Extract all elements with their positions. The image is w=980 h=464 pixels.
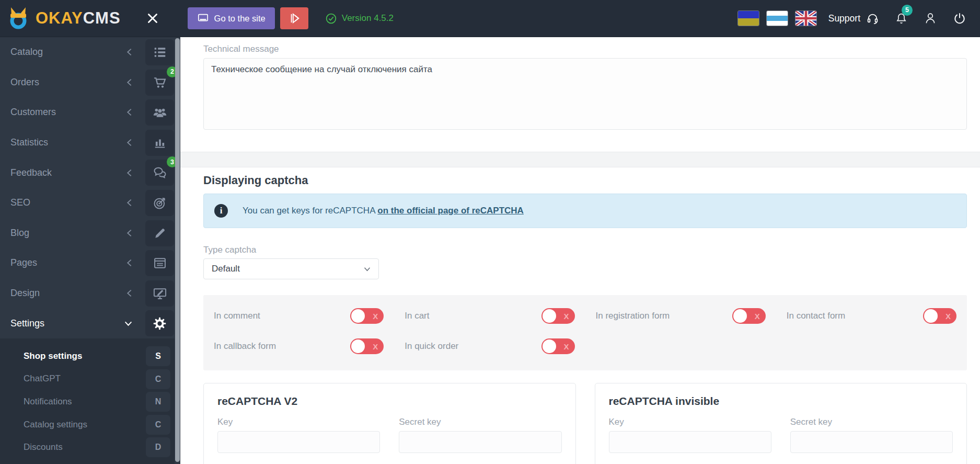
user-profile-icon[interactable] — [924, 12, 937, 25]
submenu-tile-catalog-settings[interactable]: C — [146, 415, 170, 435]
recaptcha-info-alert: i You can get keys for reCAPTCHA on the … — [203, 194, 967, 228]
type-captcha-label: Type captcha — [203, 245, 967, 255]
captcha-section: Displaying captcha i You can get keys fo… — [180, 167, 980, 464]
type-captcha-select[interactable]: Default — [203, 258, 379, 279]
toggle-in-callback-form[interactable] — [350, 338, 384, 354]
toggle-label: In contact form — [787, 311, 845, 321]
info-alert-text: You can get keys for reCAPTCHA on the of… — [243, 206, 524, 216]
toggle-in-contact-form[interactable] — [923, 308, 956, 324]
sidebar-tile-catalog[interactable] — [145, 39, 174, 65]
sidebar-scrollbar-thumb[interactable] — [175, 38, 180, 462]
toggle-in-cart[interactable] — [541, 308, 575, 324]
chevron-left-icon — [126, 229, 132, 237]
sidebar-item-blog[interactable]: Blog — [0, 218, 145, 248]
okaycms-logo[interactable]: OKAYCMS — [6, 7, 121, 30]
recaptcha-invisible-title: reCAPTCHA invisible — [609, 395, 953, 408]
close-menu-icon[interactable] — [146, 12, 159, 25]
sidebar-item-design[interactable]: Design — [0, 278, 145, 309]
submenu-item-shop-settings[interactable]: Shop settings — [0, 345, 145, 368]
sidebar-tile-settings[interactable] — [145, 310, 174, 336]
recaptcha-invisible-key-field: Key — [609, 408, 771, 453]
flag-united-kingdom[interactable] — [795, 10, 817, 26]
sidebar-item-customers[interactable]: Customers — [0, 97, 145, 128]
submenu-item-chatgpt[interactable]: ChatGPT — [0, 368, 145, 391]
list-icon — [153, 46, 167, 59]
recaptcha-v2-title: reCAPTCHA V2 — [217, 395, 562, 408]
toggle-knob — [543, 339, 556, 353]
technical-message-section: Technical message Техническое сообщение … — [180, 37, 980, 152]
toggle-in-quick-order[interactable] — [541, 338, 575, 354]
sidebar-tile-pages[interactable] — [145, 250, 174, 276]
demo-data-button[interactable] — [280, 7, 308, 29]
sidebar-item-catalog[interactable]: Catalog — [0, 37, 145, 67]
toggle-cell-in-quick-order: In quick order — [394, 338, 585, 355]
recaptcha-official-page-link[interactable]: on the official page of reCAPTCHA — [377, 206, 524, 216]
sidebar-tile-statistics[interactable] — [145, 130, 174, 156]
flag-ukraine[interactable] — [737, 10, 759, 26]
sidebar-tile-seo[interactable] — [145, 190, 174, 216]
sidebar-item-feedback[interactable]: Feedback — [0, 157, 145, 188]
chevron-left-icon — [126, 48, 132, 56]
recaptcha-v2-secret-input[interactable] — [399, 431, 561, 453]
design-icon — [153, 286, 167, 301]
gear-icon — [153, 316, 167, 331]
flag-white-blue-white[interactable] — [766, 10, 788, 26]
support-link[interactable]: Support — [828, 12, 879, 25]
toggle-knob — [351, 339, 365, 353]
toggle-cell-empty — [585, 338, 776, 355]
go-to-site-button[interactable]: Go to the site — [188, 7, 275, 29]
cart-icon — [153, 75, 167, 90]
main-content: Technical message Техническое сообщение … — [180, 37, 980, 464]
recaptcha-invisible-secret-input[interactable] — [790, 431, 953, 453]
toggle-in-registration-form[interactable] — [732, 308, 766, 324]
topbar-right: Support 5 — [731, 10, 966, 26]
secret-key-label: Secret key — [790, 417, 953, 427]
chevron-down-icon — [364, 267, 371, 271]
sidebar-tile-blog[interactable] — [145, 220, 174, 246]
logout-power-icon[interactable] — [953, 12, 966, 25]
sidebar-item-pages[interactable]: Pages — [0, 248, 145, 278]
secret-key-label: Secret key — [399, 417, 561, 427]
submenu-item-label: Discounts — [24, 442, 63, 452]
sidebar-item-label: Customers — [10, 107, 56, 118]
notifications-bell[interactable]: 5 — [895, 12, 908, 26]
submenu-item-discounts[interactable]: Discounts — [0, 436, 145, 459]
skip-forward-icon — [287, 12, 301, 25]
sidebar: Catalog Orders Customers Statistics Feed… — [0, 37, 180, 464]
recaptcha-cards: reCAPTCHA V2 Key Secret key — [203, 383, 967, 464]
section-divider — [180, 152, 980, 167]
chevron-left-icon — [126, 199, 132, 207]
recaptcha-invisible-key-input[interactable] — [609, 431, 771, 453]
sidebar-item-statistics[interactable]: Statistics — [0, 128, 145, 158]
submenu-tile-notifications[interactable]: N — [146, 392, 170, 412]
topbar: OKAYCMS Go to the site Version 4.5.2 — [0, 0, 980, 37]
sidebar-tile-orders[interactable]: 2 — [145, 70, 174, 96]
technical-message-textarea[interactable]: Техническое сообщение на случай отключен… — [203, 58, 967, 130]
submenu-tile-chatgpt[interactable]: C — [146, 369, 170, 389]
submenu-item-catalog-settings[interactable]: Catalog settings — [0, 413, 145, 436]
toggle-in-comment[interactable] — [350, 308, 384, 324]
sidebar-item-settings[interactable]: Settings — [0, 308, 145, 338]
submenu-tile-discounts[interactable]: D — [146, 437, 170, 457]
sidebar-item-label: SEO — [10, 197, 30, 208]
sidebar-tile-design[interactable] — [145, 280, 174, 307]
submenu-tile-shop-settings[interactable]: S — [146, 346, 170, 366]
technical-message-label: Technical message — [203, 37, 967, 54]
chevron-left-icon — [126, 78, 132, 86]
sidebar-tile-feedback[interactable]: 3 — [145, 160, 174, 186]
users-icon — [153, 105, 167, 120]
key-label: Key — [609, 417, 771, 427]
submenu-item-notifications[interactable]: Notifications — [0, 390, 145, 413]
sidebar-item-orders[interactable]: Orders — [0, 67, 145, 98]
headset-icon — [866, 12, 879, 25]
frame: Catalog Orders Customers Statistics Feed… — [0, 37, 980, 464]
sidebar-tile-customers[interactable] — [145, 99, 174, 126]
toggle-knob — [733, 309, 747, 323]
check-circle-icon — [325, 13, 337, 25]
toggle-label: In cart — [405, 311, 429, 321]
sidebar-item-seo[interactable]: SEO — [0, 188, 145, 218]
recaptcha-v2-secret-field: Secret key — [399, 408, 561, 453]
chat-icon — [153, 165, 167, 180]
recaptcha-v2-key-input[interactable] — [217, 431, 380, 453]
sidebar-item-label: Design — [10, 288, 40, 299]
